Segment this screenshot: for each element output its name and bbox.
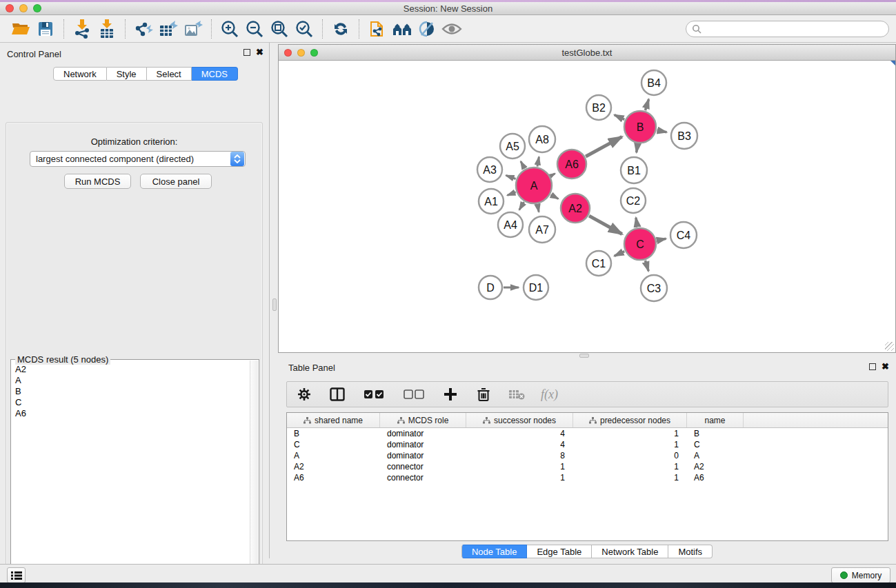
network-canvas[interactable]: AA6A2BCA5A8A3A1A4A7B2B4B3B1C2C4C1C3DD1 <box>279 61 895 352</box>
deselect-all-rows-icon[interactable] <box>401 385 426 403</box>
export-network-icon[interactable] <box>131 18 156 40</box>
result-item[interactable]: C <box>12 397 249 408</box>
column-header-predecessor-nodes[interactable]: predecessor nodes <box>573 413 687 427</box>
show-hide-icon[interactable] <box>439 18 464 40</box>
result-item[interactable]: A <box>12 375 249 386</box>
tab-edge-table[interactable]: Edge Table <box>527 545 592 558</box>
task-history-icon[interactable] <box>7 567 26 583</box>
node-C1[interactable]: C1 <box>586 251 611 276</box>
zoom-selected-icon[interactable] <box>292 18 317 40</box>
horizontal-splitter-handle[interactable] <box>579 354 589 358</box>
column-header-successor-nodes[interactable]: successor nodes <box>466 413 573 427</box>
result-item[interactable]: A6 <box>12 408 249 419</box>
export-table-icon[interactable] <box>156 18 181 40</box>
edge-C-C3[interactable] <box>645 261 648 271</box>
edge-A-A8[interactable] <box>537 157 539 167</box>
edge-A-A4[interactable] <box>519 202 524 210</box>
search-field[interactable] <box>701 22 888 36</box>
refresh-icon[interactable] <box>328 18 353 40</box>
table-settings-icon[interactable] <box>295 385 313 403</box>
table-row[interactable]: Bdominator41B <box>287 428 888 439</box>
tab-network[interactable]: Network <box>53 67 107 81</box>
zoom-in-icon[interactable] <box>217 18 242 40</box>
column-header-mcds-role[interactable]: MCDS role <box>380 413 466 427</box>
node-C[interactable]: C <box>624 228 656 260</box>
export-image-icon[interactable] <box>181 18 206 40</box>
tab-motifs[interactable]: Motifs <box>668 545 713 558</box>
node-A6[interactable]: A6 <box>557 150 586 179</box>
table-row[interactable]: A6connector11A6 <box>287 472 888 483</box>
create-column-icon[interactable] <box>441 385 459 403</box>
tab-select[interactable]: Select <box>147 67 192 81</box>
import-table-icon[interactable] <box>94 18 119 40</box>
memory-button[interactable]: Memory <box>831 567 890 583</box>
node-D[interactable]: D <box>479 276 502 299</box>
result-item[interactable]: B <box>12 386 249 397</box>
show-column-panel-icon[interactable] <box>328 385 346 403</box>
function-builder-icon[interactable]: f(x) <box>541 387 558 402</box>
table-row[interactable]: Cdominator41C <box>287 439 888 450</box>
node-A3[interactable]: A3 <box>477 157 502 182</box>
edge-A-A5[interactable] <box>521 161 525 168</box>
node-B[interactable]: B <box>624 111 656 143</box>
column-header-shared-name[interactable]: shared name <box>287 413 380 427</box>
edge-C-C1[interactable] <box>615 252 625 256</box>
node-A2[interactable]: A2 <box>561 194 590 223</box>
close-table-panel-icon[interactable]: ✖ <box>882 363 889 370</box>
edge-A-A2[interactable] <box>551 194 559 199</box>
import-network-icon[interactable] <box>70 18 94 40</box>
tab-node-table[interactable]: Node Table <box>461 545 528 558</box>
edge-B-B3[interactable] <box>657 130 666 132</box>
node-A5[interactable]: A5 <box>500 134 525 159</box>
edge-A-A3[interactable] <box>506 175 516 179</box>
node-B1[interactable]: B1 <box>621 157 647 183</box>
close-panel-icon[interactable]: ✖ <box>256 49 263 56</box>
edge-B-B1[interactable] <box>637 144 638 153</box>
vertical-splitter-handle[interactable] <box>272 298 277 311</box>
node-B4[interactable]: B4 <box>641 70 666 95</box>
edge-A-A1[interactable] <box>507 192 515 196</box>
edge-A2-C[interactable] <box>589 216 622 234</box>
result-scrollbar[interactable] <box>250 361 258 588</box>
node-A[interactable]: A <box>516 168 552 203</box>
table-row[interactable]: A2connector11A2 <box>287 461 888 472</box>
table-row[interactable]: Adominator80A <box>287 450 888 461</box>
tab-mcds[interactable]: MCDS <box>192 67 238 81</box>
edge-B-B4[interactable] <box>645 99 648 110</box>
tab-style[interactable]: Style <box>107 67 147 81</box>
result-item[interactable]: A2 <box>12 364 249 375</box>
close-panel-button[interactable]: Close panel <box>140 174 212 189</box>
node-B3[interactable]: B3 <box>671 123 697 149</box>
column-header-name[interactable]: name <box>687 413 744 427</box>
save-session-icon[interactable] <box>33 18 58 40</box>
edge-A-A6[interactable] <box>550 174 555 176</box>
zoom-fit-icon[interactable] <box>267 18 292 40</box>
edge-C-C4[interactable] <box>657 239 666 241</box>
edge-A6-B[interactable] <box>586 136 621 156</box>
zoom-out-icon[interactable] <box>242 18 267 40</box>
open-file-icon[interactable] <box>8 18 33 40</box>
edge-A-A7[interactable] <box>537 205 539 212</box>
delete-column-icon[interactable] <box>475 385 492 403</box>
float-table-panel-icon[interactable] <box>869 363 876 370</box>
node-D1[interactable]: D1 <box>524 275 548 300</box>
tab-network-table[interactable]: Network Table <box>592 545 668 558</box>
node-C2[interactable]: C2 <box>621 188 646 213</box>
node-B2[interactable]: B2 <box>586 95 611 120</box>
graphics-details-icon[interactable] <box>415 18 439 40</box>
delete-table-icon[interactable] <box>508 385 526 403</box>
run-mcds-button[interactable]: Run MCDS <box>64 174 131 189</box>
mcds-result-list[interactable]: A2ABCA6 <box>12 364 249 588</box>
node-C4[interactable]: C4 <box>670 222 697 248</box>
node-A8[interactable]: A8 <box>529 126 555 152</box>
select-all-rows-icon[interactable] <box>361 385 386 403</box>
edge-C-C2[interactable] <box>636 218 637 227</box>
node-A7[interactable]: A7 <box>529 216 555 243</box>
first-neighbors-icon[interactable] <box>390 18 415 40</box>
search-input[interactable] <box>686 21 889 37</box>
optimization-criterion-select[interactable]: largest connected component (directed) <box>30 151 246 167</box>
node-table[interactable]: shared nameMCDS rolesuccessor nodesprede… <box>286 412 888 541</box>
float-panel-icon[interactable] <box>243 49 250 56</box>
new-network-icon[interactable] <box>365 18 390 40</box>
node-A4[interactable]: A4 <box>498 212 523 237</box>
